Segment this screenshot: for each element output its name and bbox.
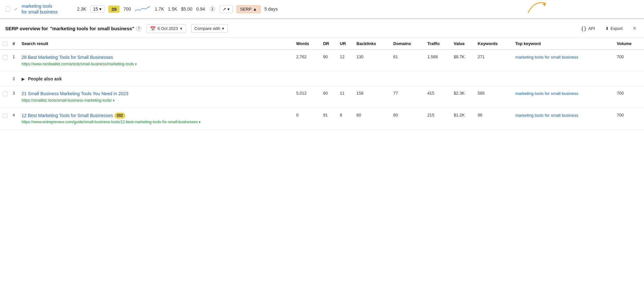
result-url[interactable]: https://smallbiz.tools/small-business-ma… bbox=[22, 98, 291, 103]
people-also-ask-cell: ▶ People also ask bbox=[19, 71, 644, 86]
row-checkbox-cell bbox=[0, 50, 10, 71]
position-box[interactable]: 15 ▾ bbox=[90, 5, 105, 13]
col-search-result: Search result bbox=[19, 38, 293, 50]
row-checkbox[interactable] bbox=[3, 113, 7, 118]
top-keyword-link[interactable]: marketing tools for small business bbox=[515, 91, 578, 96]
col-traffic: Traffic bbox=[425, 38, 451, 50]
table-row: 4 12 Best Marketing Tools for Small Busi… bbox=[0, 108, 644, 130]
url-dropdown-icon[interactable]: ▾ bbox=[113, 98, 115, 102]
volume-cell: 700 bbox=[614, 86, 644, 108]
result-cell: 21 Small Business Marketing Tools You Ne… bbox=[19, 86, 293, 108]
col-domains: Domains bbox=[391, 38, 425, 50]
val-metric: 0.94 bbox=[196, 6, 205, 12]
backlinks-cell[interactable]: 60 bbox=[354, 108, 391, 130]
date-picker-button[interactable]: 📅 6 Oct 2023 ▾ bbox=[147, 24, 186, 33]
row-checkbox[interactable] bbox=[3, 91, 7, 96]
col-words: Words bbox=[293, 38, 321, 50]
col-ur: UR bbox=[337, 38, 354, 50]
volume-cell: 700 bbox=[614, 50, 644, 71]
col-checkbox bbox=[0, 38, 10, 50]
chevron-down-icon: ▾ bbox=[99, 6, 101, 12]
keywords-cell[interactable]: 271 bbox=[475, 50, 513, 71]
top-keyword-cell: marketing tools for small business bbox=[513, 108, 614, 130]
result-title-link[interactable]: 12 Best Marketing Tools for Small Busine… bbox=[22, 113, 291, 119]
dr-cell: 91 bbox=[321, 108, 337, 130]
table-row: 2 ▶ People also ask bbox=[0, 71, 644, 86]
serp-title: SERP overview for "marketing tools for s… bbox=[5, 26, 141, 31]
days-metric: 5 days bbox=[264, 6, 278, 12]
serp-button[interactable]: SERP ▲ bbox=[236, 5, 260, 13]
compare-button[interactable]: Compare with ▾ bbox=[191, 24, 228, 33]
domains-cell[interactable]: 77 bbox=[391, 86, 425, 108]
cpc-metric: $5.00 bbox=[181, 6, 192, 12]
top-keyword-cell: marketing tools for small business bbox=[513, 50, 614, 71]
serp-results-table: # Search result Words DR UR Backlinks Do… bbox=[0, 38, 644, 130]
header-checkbox[interactable] bbox=[3, 41, 7, 46]
top-keyword-link[interactable]: marketing tools for small business bbox=[515, 113, 578, 118]
serp-header: SERP overview for "marketing tools for s… bbox=[0, 18, 644, 38]
api-icon: {} bbox=[581, 26, 587, 32]
value-cell: $8.7K bbox=[451, 50, 475, 71]
keywords-cell[interactable]: 585 bbox=[475, 86, 513, 108]
backlinks-cell[interactable]: 130 bbox=[354, 50, 391, 71]
row-checkbox-cell bbox=[0, 86, 10, 108]
check-icon: ✓ bbox=[14, 7, 18, 12]
traffic-cell: 415 bbox=[425, 86, 451, 108]
result-url[interactable]: https://www.entrepreneur.com/guide/small… bbox=[22, 120, 291, 124]
row-number: 4 bbox=[10, 108, 19, 130]
metric3: 1.5K bbox=[168, 6, 177, 12]
help-icon[interactable]: ? bbox=[136, 26, 141, 31]
row-checkbox-cell bbox=[0, 108, 10, 130]
value-cell: $1.2K bbox=[451, 108, 475, 130]
calendar-icon: 📅 bbox=[150, 26, 156, 31]
top-keyword-link[interactable]: marketing tools for small business bbox=[515, 55, 578, 60]
row-number: 2 bbox=[10, 71, 19, 86]
close-button[interactable]: × bbox=[630, 24, 639, 33]
domains-cell[interactable]: 61 bbox=[391, 50, 425, 71]
words-cell: 5,012 bbox=[293, 86, 321, 108]
result-title-link[interactable]: 28 Best Marketing Tools for Small Busine… bbox=[22, 54, 291, 61]
ur-cell: 12 bbox=[337, 50, 354, 71]
row-number: 3 bbox=[10, 86, 19, 108]
trend-button[interactable]: ↗ ▾ bbox=[220, 5, 233, 13]
table-header-row: # Search result Words DR UR Backlinks Do… bbox=[0, 38, 644, 50]
url-dropdown-icon[interactable]: ▾ bbox=[199, 120, 201, 124]
backlinks-cell[interactable]: 158 bbox=[354, 86, 391, 108]
result-cell: 12 Best Marketing Tools for Small Busine… bbox=[19, 108, 293, 130]
volume-metric: 2.3K bbox=[77, 6, 86, 12]
volume-cell: 700 bbox=[614, 108, 644, 130]
row-checkbox[interactable] bbox=[3, 55, 7, 60]
words-cell: 2,762 bbox=[293, 50, 321, 71]
col-num: # bbox=[10, 38, 19, 50]
people-also-ask-label: People also ask bbox=[28, 76, 62, 81]
row-checkbox-cell bbox=[0, 71, 10, 86]
domains-cell[interactable]: 60 bbox=[391, 108, 425, 130]
words-cell: 0 bbox=[293, 108, 321, 130]
num-metric: 1 bbox=[209, 5, 216, 13]
arrow-annotation bbox=[525, 0, 554, 17]
compare-chevron-icon: ▾ bbox=[222, 26, 224, 31]
top-keyword-cell: marketing tools for small business bbox=[513, 86, 614, 108]
url-dropdown-icon[interactable]: ▾ bbox=[135, 62, 137, 66]
keywords-cell[interactable]: 96 bbox=[475, 108, 513, 130]
api-button[interactable]: {} API bbox=[578, 24, 598, 33]
metric1: 700 bbox=[123, 6, 131, 12]
dr-cell: 60 bbox=[321, 86, 337, 108]
trend-icon: ↗ bbox=[223, 7, 226, 12]
export-button[interactable]: ⬇ Export bbox=[603, 25, 625, 32]
metric2: 1.7K bbox=[155, 6, 164, 12]
position-badge: 39 bbox=[108, 5, 120, 13]
keyword-link[interactable]: marketing tools for small business bbox=[22, 3, 73, 15]
result-title-link[interactable]: 21 Small Business Marketing Tools You Ne… bbox=[22, 91, 291, 97]
serp-chevron-icon: ▲ bbox=[253, 7, 257, 12]
expand-icon[interactable]: ▶ bbox=[22, 77, 25, 81]
col-dr: DR bbox=[321, 38, 337, 50]
result-url[interactable]: https://www.nerdwallet.com/article/small… bbox=[22, 62, 291, 66]
top-keyword-row: ✓ marketing tools for small business 2.3… bbox=[0, 0, 644, 18]
value-cell: $2.3K bbox=[451, 86, 475, 108]
row-checkbox[interactable] bbox=[5, 6, 10, 12]
trend-chevron: ▾ bbox=[227, 7, 230, 12]
date-chevron-icon: ▾ bbox=[180, 26, 182, 31]
table-row: 3 21 Small Business Marketing Tools You … bbox=[0, 86, 644, 108]
col-backlinks: Backlinks bbox=[354, 38, 391, 50]
